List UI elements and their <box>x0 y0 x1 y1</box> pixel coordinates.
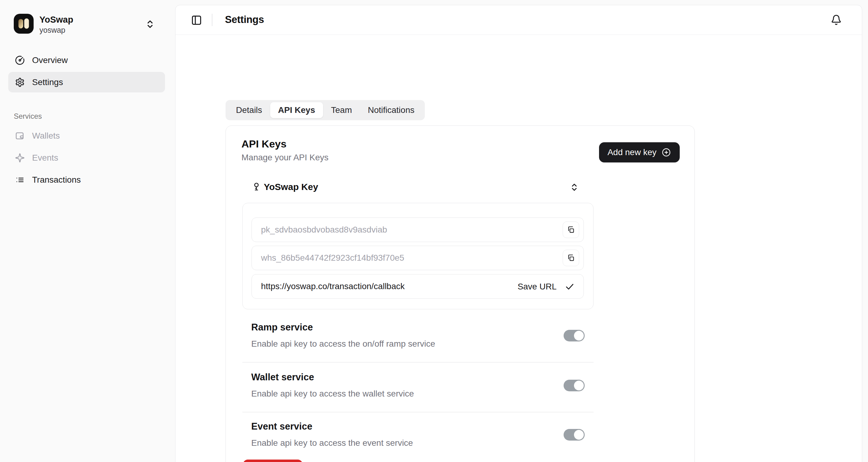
copy-webhook-secret-button[interactable] <box>563 250 579 266</box>
chevrons-up-down-icon <box>145 19 155 30</box>
public-key-value: pk_sdvbaosbdvobasd8v9asdviab <box>261 225 387 235</box>
tab-api-keys[interactable]: API Keys <box>270 102 323 118</box>
logs-icon <box>15 175 25 185</box>
wallet-icon <box>15 131 25 141</box>
event-service-toggle[interactable] <box>564 429 585 440</box>
copy-icon <box>567 226 575 234</box>
org-name: YoSwap <box>39 15 73 25</box>
toggle-knob <box>574 381 584 391</box>
key-details-card: pk_sdvbaosbdvobasd8v9asdviab whs_86b5e44… <box>242 203 593 309</box>
service-description: Enable api key to access the event servi… <box>251 438 413 448</box>
header-divider <box>212 14 212 26</box>
toggle-knob <box>574 331 584 341</box>
sidebar-item-label: Overview <box>32 55 68 65</box>
card-title: API Keys <box>242 138 286 150</box>
sidebar-item-overview[interactable]: Overview <box>8 51 165 69</box>
check-icon <box>564 282 575 292</box>
public-key-field[interactable]: pk_sdvbaosbdvobasd8v9asdviab <box>251 218 584 242</box>
sparkle-icon <box>15 153 25 163</box>
copy-icon <box>567 254 575 262</box>
sidebar: YoSwap yoswap Overview <box>0 0 175 462</box>
service-title: Wallet service <box>251 372 314 383</box>
row-divider <box>242 412 593 412</box>
main-panel: Settings Details API Keys Team Notificat… <box>175 5 862 462</box>
webhook-secret-field[interactable]: whs_86b5e44742f2923cf14bf93f70e5 <box>251 246 584 270</box>
sidebar-item-label: Settings <box>32 78 63 87</box>
circle-gauge-icon <box>15 55 25 65</box>
sidebar-item-settings[interactable]: Settings <box>8 72 165 92</box>
api-keys-card: API Keys Manage your API Keys Add new ke… <box>225 125 695 462</box>
sidebar-item-events[interactable]: Events <box>8 149 165 167</box>
circle-plus-icon <box>661 147 671 157</box>
callback-url-value: https://yoswap.co/transaction/callback <box>261 282 405 291</box>
sidebar-item-wallets[interactable]: Wallets <box>8 127 165 145</box>
key-selector[interactable]: YoSwap Key <box>251 182 318 192</box>
add-new-key-button[interactable]: Add new key <box>599 142 680 163</box>
top-bar: Settings <box>176 5 862 35</box>
page-title: Settings <box>225 14 264 25</box>
tab-notifications[interactable]: Notifications <box>360 102 423 118</box>
org-slug: yoswap <box>39 25 65 35</box>
card-subtitle: Manage your API Keys <box>242 153 329 163</box>
bell-icon[interactable] <box>831 15 842 25</box>
key-icon <box>251 182 261 192</box>
app-window: { "org": { "name": "YoSwap", "slug": "yo… <box>0 0 868 462</box>
service-title: Ramp service <box>251 322 313 333</box>
tab-team[interactable]: Team <box>323 102 360 118</box>
settings-tab-bar: Details API Keys Team Notifications <box>225 100 425 120</box>
tab-details[interactable]: Details <box>228 102 270 118</box>
sidebar-section-services: Services <box>14 112 42 120</box>
service-description: Enable api key to access the wallet serv… <box>251 389 414 399</box>
ramp-service-toggle[interactable] <box>564 330 585 342</box>
service-description: Enable api key to access the on/off ramp… <box>251 339 435 349</box>
sidebar-toggle-button[interactable] <box>191 15 202 26</box>
yoswap-logo-icon <box>14 14 34 34</box>
add-new-key-label: Add new key <box>608 147 656 157</box>
webhook-secret-value: whs_86b5e44742f2923cf14bf93f70e5 <box>261 253 404 263</box>
toggle-knob <box>574 430 584 440</box>
org-switcher[interactable]: YoSwap yoswap <box>14 14 163 34</box>
row-divider <box>242 362 593 363</box>
sidebar-item-label: Wallets <box>32 131 60 141</box>
sidebar-item-label: Events <box>32 153 58 163</box>
save-url-button[interactable]: Save URL <box>518 275 575 299</box>
callback-url-field[interactable]: https://yoswap.co/transaction/callback S… <box>251 274 584 299</box>
copy-public-key-button[interactable] <box>563 222 579 238</box>
key-selector-label: YoSwap Key <box>264 182 318 192</box>
save-url-label: Save URL <box>518 282 557 292</box>
gear-icon <box>15 78 25 87</box>
sidebar-item-label: Transactions <box>32 175 81 185</box>
wallet-service-toggle[interactable] <box>564 380 585 391</box>
sidebar-item-transactions[interactable]: Transactions <box>8 171 165 189</box>
service-title: Event service <box>251 421 312 432</box>
chevrons-up-down-icon[interactable] <box>570 182 579 193</box>
delete-key-button[interactable] <box>243 460 303 462</box>
